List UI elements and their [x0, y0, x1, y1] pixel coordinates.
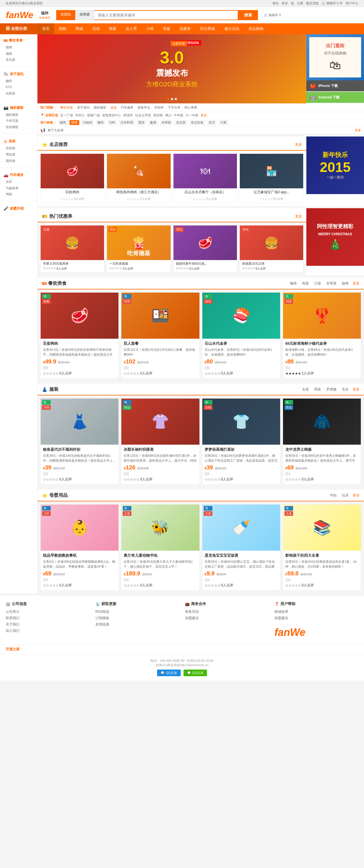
tag-bbq[interactable]: 烧烤 — [58, 120, 68, 125]
hot-item-share[interactable]: 千手分享 — [167, 105, 181, 110]
banner-dot-1[interactable] — [167, 98, 169, 100]
fashion-deal-2[interactable]: 👚 每 舒品 冰梨长袖针织搭肩 仅售125元！价值698元的冰梨长袖针织打肩1件… — [121, 398, 199, 485]
sidebar-sub-selftour[interactable]: 自助游 — [3, 145, 34, 152]
footer-join[interactable]: 加入我们 — [6, 628, 90, 633]
qq-btn-1[interactable]: 💬 QQ交谈 — [157, 670, 180, 676]
area-xihong[interactable]: 西洪路 — [153, 113, 163, 118]
coupons-more[interactable]: 更多 — [295, 214, 302, 219]
area-zhongting[interactable]: 中亭园 — [174, 113, 183, 118]
hot-item-hotspring[interactable]: 温泉 — [109, 105, 118, 110]
baby-tab-1[interactable]: 玩具 — [341, 492, 350, 498]
area-houshan[interactable]: 厚山 — [165, 113, 171, 118]
announce-more[interactable]: 更多 — [355, 128, 361, 132]
coupon-card-1[interactable]: 🍔 立减 华莱士30元抵用券 ☆☆☆☆☆ 0人点评 — [40, 225, 104, 273]
city-selector[interactable]: 福州 切换城市 — [39, 11, 51, 20]
register-link[interactable]: 注册 — [297, 1, 303, 5]
area-wuyi[interactable]: 五一广场 — [60, 113, 73, 118]
tag-bump[interactable]: 碰烤 — [69, 120, 79, 125]
footer-business-join[interactable]: 加盟建议 — [185, 616, 269, 621]
sidebar-sub-hunan[interactable]: 湘菜 — [3, 51, 34, 57]
banner-dot-2[interactable] — [171, 98, 173, 100]
nav-item-login[interactable]: 登鉴 — [158, 23, 175, 34]
tag-meifu[interactable]: 趣酒 — [148, 120, 158, 125]
ios-download-btn[interactable]: 🍎 IPhone 下载 — [306, 80, 364, 91]
coupon-card-2[interactable]: 🍟 折扣 1元吃肯德基 一元吃肯德基 ☆☆☆☆☆ 0人点评 — [107, 225, 171, 273]
baby-tab-0[interactable]: 书包 — [329, 492, 338, 498]
footer-subscribe[interactable]: 订阅模板 — [95, 616, 179, 621]
footer-help-use[interactable]: 商城使用 — [274, 609, 358, 614]
baby-more[interactable]: 更多 — [353, 493, 360, 498]
hot-item-photo[interactable]: 婚纱摄影 — [92, 105, 108, 110]
history-link[interactable]: 最近浏览 — [306, 1, 319, 5]
tag-chicken[interactable]: 汽锅鸡 — [81, 120, 94, 125]
fashion-tab-3[interactable]: 毛衣 — [341, 386, 350, 393]
switch-city[interactable]: 切换城市 — [39, 16, 51, 20]
footer-intro[interactable]: 公司简介 — [6, 609, 90, 614]
nav-item-points[interactable]: 积分商城 — [195, 23, 220, 34]
tag-weilong[interactable]: 围龙 — [137, 120, 146, 125]
cart-link[interactable]: 🛒 购物车 0 件 — [321, 1, 343, 5]
food-tab-1[interactable]: 闽菜 — [301, 280, 310, 286]
search-tab-shop[interactable]: 按商家 — [75, 10, 94, 20]
sidebar-sub-wash[interactable]: 洗车 — [3, 179, 34, 185]
tag-sichuan[interactable]: 川菜 — [219, 120, 228, 125]
footer-about[interactable]: 关于我们 — [6, 622, 90, 627]
sidebar-sub-bbq[interactable]: 烧烤 — [3, 44, 34, 51]
hot-item-food[interactable]: 餐饮美食 — [59, 105, 74, 110]
coupon-card-3[interactable]: 🥩 折扣 德普经典牛排50元抵... ☆☆☆☆☆ 0人点评 — [173, 225, 237, 273]
fashion-deal-4[interactable]: 🧥 免 舒品 龙中龙男士棉服 仅售69元！价值388元的龙中龙男士棉服棉1件，亲… — [283, 398, 361, 485]
food-deal-3[interactable]: 🍣 免 旅游 石山水代金券 石山水代金券，仅售80元！价值100元的代金券1张，… — [202, 292, 280, 378]
android-download-btn[interactable]: 🤖 Android 下载 — [306, 92, 364, 103]
area-shopstreet[interactable]: 市街口 — [75, 113, 85, 118]
sidebar-sub-school[interactable]: 驾校 — [3, 191, 34, 197]
sidebar-sub-training[interactable]: 培训课程 — [3, 124, 34, 130]
fashion-tab-0[interactable]: 女装 — [301, 386, 310, 393]
nav-item-mall[interactable]: 商城 — [71, 23, 88, 34]
hot-item-car[interactable]: 汽车服务 — [120, 105, 135, 110]
banner-dot-3[interactable] — [175, 98, 177, 100]
coupon-card-4[interactable]: 🍔 折扣 肯德基10元汉堡 ☆☆☆☆☆ 0人点评 — [240, 225, 304, 273]
sidebar-sub-portrait[interactable]: 个性写真 — [3, 118, 34, 124]
sidebar-sub-wedding[interactable]: 婚纱摄影 — [3, 112, 34, 118]
user-center-link[interactable]: 用户中心 — [345, 1, 358, 5]
fashion-deal-1[interactable]: 👗 免 大码 鲑鱼蓝代尔不规则衬衫 仅售38元！价值199元的鲑鱼蓝代尔不规则衬… — [40, 398, 119, 485]
site-logo[interactable]: fanWe — [6, 10, 33, 21]
nav-item-nearby[interactable]: 身边购物 — [244, 23, 268, 34]
nav-item-share[interactable]: 邀分活动 — [220, 23, 244, 34]
search-tab-group[interactable]: 按团购 — [56, 10, 75, 20]
area-drum[interactable]: 鼓楼广场 — [87, 113, 100, 118]
nav-all-categories[interactable]: ☰ 全部分类 — [0, 23, 37, 34]
hot-item-bbq[interactable]: 羊肉串 — [153, 105, 165, 110]
login-link[interactable]: 登录 — [282, 1, 288, 5]
shop-card-2[interactable]: 🍖 韩悦风尚烤肉（靖江大酒店） ☆☆☆☆☆ 0人点评 — [107, 154, 171, 203]
sidebar-sub-domestic[interactable]: 国内游 — [3, 158, 34, 164]
nav-item-talent[interactable]: 达人秀 — [121, 23, 141, 34]
food-deal-1[interactable]: 🥩 免 套餐 百姿烤肉 仅售49.9元！价值599元的份百姿烤肉不单身自助平，内… — [40, 292, 119, 378]
shop-card-4[interactable]: 🏪 亿万象城宝广场3 app... ☆☆☆☆☆ 0人点评 — [240, 154, 304, 203]
hot-item-meal[interactable]: 美食早点 — [136, 105, 151, 110]
nav-item-group2[interactable]: 小组 — [141, 23, 158, 34]
baby-deal-1[interactable]: 👶 每 七折 纽品早教胎教故事机 仅售9元！价值299元的纽品早教胎教故事机1台… — [40, 504, 119, 590]
fashion-tab-1[interactable]: 周装 — [313, 386, 322, 393]
baby-deal-2[interactable]: 🐝 每 立减 奥兰奇儿童动物书包 仅售19元！价值99元的奥兰奇儿子儿童动物书包… — [121, 504, 199, 590]
area-xihu[interactable]: 西湖市 — [123, 113, 133, 118]
header-cart[interactable]: 🛒 购物车 0 — [264, 13, 281, 17]
nav-item-group[interactable]: 团购 — [54, 23, 71, 34]
baby-deal-3[interactable]: 🍼 每 立减 蛋龙兔宝宝宝宝饭煲 仅售39元！价值99元的爱心宝宝，细心满足个性… — [202, 504, 280, 590]
fashion-deal-3[interactable]: 👕 免 大码 梦梦份高领打底衫 仅售38元！价值199元的梦梦份高领打底衫1件，… — [202, 398, 280, 485]
sidebar-sub-ktv[interactable]: KTV — [3, 84, 34, 90]
area-school[interactable]: 社会义学院 — [135, 113, 151, 118]
nav-item-merchant[interactable]: 商家 — [104, 23, 121, 34]
area-more[interactable]: 更多 — [201, 113, 207, 118]
qq-btn-2[interactable]: 💬 QQ交谈 — [184, 670, 207, 676]
food-tab-2[interactable]: 川菜 — [313, 280, 322, 286]
search-input[interactable] — [94, 10, 239, 20]
sidebar-sub-travel[interactable]: 自助游 — [3, 90, 34, 97]
shop-card-3[interactable]: 🍽 石山水关式餐厅（东南店） ☆☆☆☆☆ 0人点评 — [173, 154, 237, 203]
fashion-more[interactable]: 更多 — [353, 387, 360, 392]
shop-card-1[interactable]: 🥩 百姓烤肉 ☆☆☆☆☆ 0人点评 — [40, 154, 104, 203]
search-button[interactable]: 搜索 — [239, 10, 258, 20]
hot-item-fruit[interactable]: 特心果果 — [183, 105, 198, 110]
tag-italian[interactable]: 意式 — [207, 120, 217, 125]
food-tab-3[interactable]: 本帮菜 — [325, 280, 338, 286]
